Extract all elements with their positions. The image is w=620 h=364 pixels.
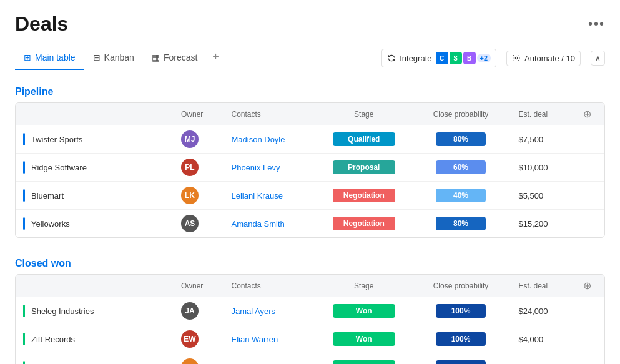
stage-cell: Qualified [317, 125, 411, 154]
tab-main-table[interactable]: ⊞ Main table [15, 47, 84, 70]
pipeline-section-header: Pipeline [15, 86, 605, 97]
deal-name-cell: Ridge Software [16, 154, 174, 182]
contact-link[interactable]: Elian Warren [232, 335, 278, 344]
integrate-button[interactable]: Integrate C S B +2 [381, 49, 496, 67]
col-contacts: Contacts [224, 275, 318, 297]
contact-cell: Amanda Smith [224, 210, 318, 238]
col-owner: Owner [174, 103, 224, 125]
avatar: JA [181, 302, 199, 320]
pipeline-bar [23, 161, 25, 174]
col-close-prob: Close probability [411, 275, 511, 297]
page-header: Deals ••• [15, 12, 605, 36]
est-deal-value: $5,500 [519, 191, 544, 200]
est-deal-cell: $15,200 [511, 210, 576, 238]
contact-link[interactable]: Madison Doyle [232, 135, 285, 144]
probability-badge: 40% [436, 189, 486, 202]
contact-cell: Madison Doyle [224, 125, 318, 154]
avatar: PL [181, 159, 199, 176]
deal-name-cell: Sheleg Industries [16, 297, 174, 325]
deal-name: Ridge Software [31, 163, 87, 172]
contact-link[interactable]: Leilani Krause [232, 191, 283, 200]
stage-badge: Won [333, 360, 395, 364]
stage-cell: Won [317, 297, 411, 325]
stage-badge: Negotiation [333, 189, 395, 202]
stage-badge: Qualified [333, 132, 395, 146]
col-add: ⊕ [576, 103, 604, 125]
probability-badge: 60% [436, 160, 486, 174]
pipeline-bar [23, 305, 25, 317]
probability-badge: 100% [436, 360, 486, 364]
table-row[interactable]: Twister Sports MJ Madison Doyle Qualifie… [16, 125, 604, 154]
tab-forecast[interactable]: ▦ Forecast [143, 47, 206, 70]
add-column-button[interactable]: ⊕ [583, 108, 591, 120]
table-row[interactable]: Ridge Software PL Phoenix Levy Proposal … [16, 154, 604, 182]
probability-badge: 100% [436, 304, 486, 318]
stage-badge: Won [333, 304, 395, 318]
probability-badge: 80% [436, 217, 486, 230]
col-contacts: Contacts [224, 103, 318, 125]
est-deal-cell: $18,100 [511, 353, 576, 365]
closed-won-title: Closed won [15, 258, 71, 269]
owner-cell: LK [174, 182, 224, 210]
deal-name-cell: Waissman Gallery [16, 353, 174, 365]
est-deal-cell: $4,000 [511, 325, 576, 353]
table-row[interactable]: Zift Records EW Elian Warren Won 100% $4… [16, 325, 604, 353]
deal-name-cell: Yelloworks [16, 210, 174, 238]
est-deal-cell: $5,500 [511, 182, 576, 210]
est-deal-value: $15,200 [519, 219, 548, 229]
tabs-right-actions: Integrate C S B +2 Automate / 10 ∧ [381, 49, 605, 67]
avatar: SS [181, 358, 199, 364]
integrate-icon [387, 54, 396, 62]
tab-kanban[interactable]: ⊟ Kanban [84, 47, 143, 70]
stage-badge: Won [333, 332, 395, 346]
action-cell [576, 125, 604, 154]
pipeline-bar [23, 333, 25, 345]
automate-icon [512, 54, 521, 62]
app-icon-s: S [450, 52, 462, 64]
table-row[interactable]: Bluemart LK Leilani Krause Negotiation 4… [16, 182, 604, 210]
avatar: EW [181, 330, 199, 348]
contact-link[interactable]: Phoenix Levy [232, 163, 280, 172]
probability-badge: 100% [436, 332, 486, 346]
automate-button[interactable]: Automate / 10 [506, 51, 581, 66]
add-column-button-2[interactable]: ⊕ [583, 280, 591, 292]
stage-cell: Won [317, 325, 411, 353]
pipeline-section: Pipeline Owner Contacts Stage Close prob… [15, 86, 605, 238]
pipeline-bar [23, 361, 25, 364]
action-cell [576, 353, 604, 365]
collapse-button[interactable]: ∧ [591, 51, 605, 66]
pipeline-table-wrapper: Owner Contacts Stage Close probability E… [15, 102, 605, 238]
page-title: Deals [15, 12, 68, 36]
closed-won-table: Owner Contacts Stage Close probability E… [16, 275, 604, 364]
action-cell [576, 182, 604, 210]
col-name [16, 103, 174, 125]
action-cell [576, 154, 604, 182]
probability-cell: 80% [411, 125, 511, 154]
col-close-prob: Close probability [411, 103, 511, 125]
forecast-icon: ▦ [152, 52, 160, 62]
contact-link[interactable]: Jamal Ayers [232, 307, 276, 316]
more-options-button[interactable]: ••• [588, 17, 605, 31]
est-deal-value: $4,000 [519, 335, 544, 344]
owner-cell: JA [174, 297, 224, 325]
probability-cell: 80% [411, 210, 511, 238]
deal-name: Yelloworks [31, 219, 70, 229]
stage-badge: Proposal [333, 160, 395, 174]
pipeline-bar [23, 189, 25, 202]
app-icon-c: C [436, 52, 448, 64]
pipeline-table: Owner Contacts Stage Close probability E… [16, 103, 604, 237]
table-row[interactable]: Yelloworks AS Amanda Smith Negotiation 8… [16, 210, 604, 238]
contact-link[interactable]: Amanda Smith [232, 219, 285, 229]
add-tab-button[interactable]: + [206, 46, 225, 71]
action-cell [576, 297, 604, 325]
owner-cell: SS [174, 353, 224, 365]
table-row[interactable]: Waissman Gallery SS Sam Spillberg Won 10… [16, 353, 604, 365]
kanban-icon: ⊟ [93, 52, 101, 62]
table-row[interactable]: Sheleg Industries JA Jamal Ayers Won 100… [16, 297, 604, 325]
owner-cell: AS [174, 210, 224, 238]
tabs-bar: ⊞ Main table ⊟ Kanban ▦ Forecast + Integ… [15, 46, 605, 71]
est-deal-cell: $10,000 [511, 154, 576, 182]
integrate-badge: +2 [477, 54, 491, 62]
closed-won-section-header: Closed won [15, 258, 605, 269]
deal-name-cell: Zift Records [16, 325, 174, 353]
